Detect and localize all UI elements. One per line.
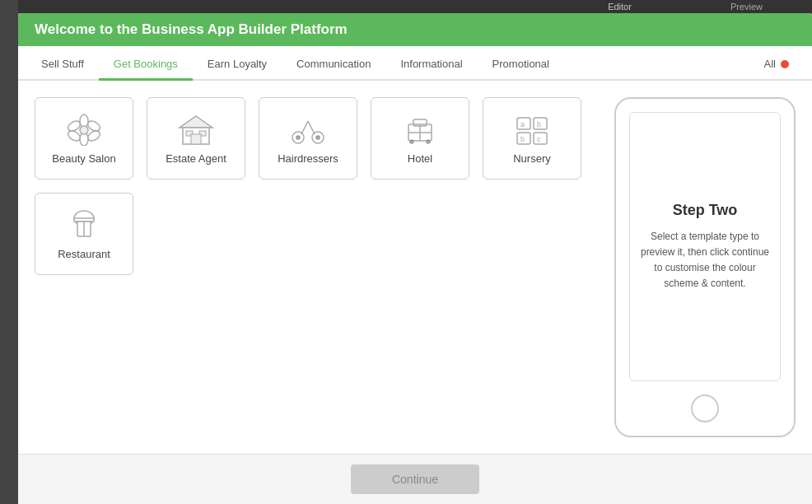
phone-home-button — [691, 394, 719, 422]
svg-text:c: c — [537, 135, 541, 143]
restaurant-label: Restaurant — [58, 248, 110, 260]
svg-point-6 — [80, 126, 88, 134]
notification-dot — [781, 60, 789, 68]
tabs-row: Sell Stuff Get Bookings Earn Loyalty Com… — [18, 46, 812, 81]
modal-dialog: Welcome to the Business App Builder Plat… — [18, 13, 812, 504]
editor-label: Editor — [608, 2, 632, 12]
template-row-1: Beauty Salon Estate Agent — [35, 97, 598, 180]
nursery-label: Nursery — [513, 152, 551, 165]
tab-get-bookings[interactable]: Get Bookings — [99, 46, 193, 81]
left-sidebar — [0, 0, 18, 504]
svg-text:b: b — [537, 120, 541, 128]
modal-footer: Continue — [18, 454, 812, 504]
continue-button[interactable]: Continue — [351, 464, 479, 494]
modal-header: Welcome to the Business App Builder Plat… — [18, 13, 812, 46]
template-card-estate-agent[interactable]: Estate Agent — [147, 97, 245, 180]
tab-promotional[interactable]: Promotional — [478, 46, 564, 81]
template-row-2: Restaurant — [35, 193, 598, 275]
svg-point-22 — [410, 140, 413, 143]
phone-screen: Step Two Select a template type to previ… — [629, 112, 781, 381]
tab-communication[interactable]: Communication — [282, 46, 385, 81]
modal-title: Welcome to the Business App Builder Plat… — [35, 21, 348, 37]
svg-rect-11 — [191, 134, 201, 144]
svg-point-23 — [427, 140, 430, 143]
preview-label: Preview — [730, 2, 763, 12]
svg-marker-7 — [180, 116, 212, 128]
flower-icon — [64, 113, 104, 146]
template-card-beauty-salon[interactable]: Beauty Salon — [35, 97, 133, 180]
tab-earn-loyalty[interactable]: Earn Loyalty — [193, 46, 282, 81]
house-icon — [176, 113, 216, 146]
estate-agent-label: Estate Agent — [166, 152, 226, 165]
modal-content: Beauty Salon Estate Agent — [18, 81, 812, 454]
template-card-hotel[interactable]: Hotel — [371, 97, 469, 180]
phone-preview-panel: Step Two Select a template type to previ… — [614, 97, 796, 437]
template-card-hairdressers[interactable]: Hairdressers — [259, 97, 357, 180]
template-card-nursery[interactable]: a b b c Nursery — [483, 97, 581, 180]
svg-line-14 — [301, 121, 308, 134]
step-content: Step Two Select a template type to previ… — [638, 202, 772, 292]
step-title: Step Two — [638, 202, 772, 219]
beauty-salon-label: Beauty Salon — [52, 152, 115, 165]
step-text: Select a template type to preview it, th… — [638, 229, 772, 292]
template-grid: Beauty Salon Estate Agent — [35, 97, 598, 437]
svg-point-16 — [296, 136, 300, 139]
tab-sell-stuff[interactable]: Sell Stuff — [26, 46, 99, 81]
template-card-restaurant[interactable]: Restaurant — [35, 193, 133, 275]
luggage-icon — [400, 113, 440, 146]
hotel-label: Hotel — [408, 152, 432, 165]
tab-informational[interactable]: Informational — [385, 46, 477, 81]
hairdressers-label: Hairdressers — [278, 152, 338, 165]
svg-line-15 — [308, 121, 315, 134]
chef-icon — [64, 208, 104, 241]
alphabet-icon: a b b c — [512, 113, 552, 146]
svg-text:a: a — [520, 120, 525, 128]
top-bar: Editor Preview — [18, 0, 812, 13]
scissors-icon — [288, 113, 328, 146]
svg-point-17 — [316, 136, 320, 139]
tab-all[interactable]: All — [749, 46, 804, 81]
svg-text:b: b — [520, 135, 525, 143]
